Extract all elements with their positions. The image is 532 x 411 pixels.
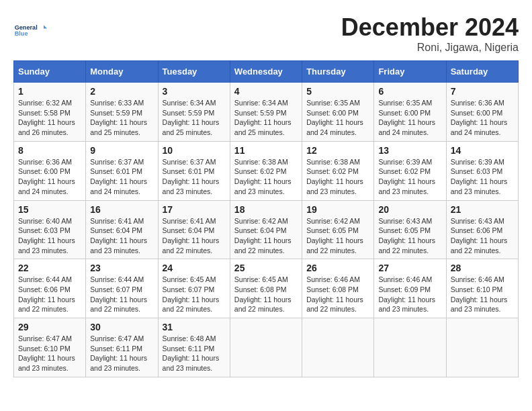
day-number: 25 <box>234 263 298 273</box>
calendar-cell: 3Sunrise: 6:34 AM Sunset: 5:59 PM Daylig… <box>158 83 230 142</box>
calendar-week-row: 1Sunrise: 6:32 AM Sunset: 5:58 PM Daylig… <box>14 83 519 142</box>
day-number: 26 <box>306 263 369 273</box>
day-info: Sunrise: 6:47 AM Sunset: 6:11 PM Dayligh… <box>90 334 153 373</box>
calendar-cell: 10Sunrise: 6:37 AM Sunset: 6:01 PM Dayli… <box>158 141 230 200</box>
day-number: 6 <box>378 86 441 97</box>
day-number: 28 <box>451 263 514 273</box>
calendar-cell: 1Sunrise: 6:32 AM Sunset: 5:58 PM Daylig… <box>14 83 86 142</box>
svg-text:Blue: Blue <box>15 30 28 37</box>
calendar-day-header: Monday <box>86 61 158 83</box>
day-info: Sunrise: 6:34 AM Sunset: 5:59 PM Dayligh… <box>234 98 298 138</box>
day-number: 18 <box>234 204 298 215</box>
day-number: 7 <box>451 86 514 97</box>
day-info: Sunrise: 6:37 AM Sunset: 6:01 PM Dayligh… <box>90 157 153 197</box>
day-number: 15 <box>18 204 81 215</box>
day-info: Sunrise: 6:33 AM Sunset: 5:59 PM Dayligh… <box>90 98 153 138</box>
day-number: 30 <box>90 322 153 332</box>
calendar-day-header: Wednesday <box>230 61 302 83</box>
day-number: 31 <box>163 322 226 332</box>
day-number: 19 <box>306 204 369 215</box>
calendar-header-row: SundayMondayTuesdayWednesdayThursdayFrid… <box>14 61 519 83</box>
day-info: Sunrise: 6:46 AM Sunset: 6:08 PM Dayligh… <box>306 275 369 314</box>
day-info: Sunrise: 6:34 AM Sunset: 5:59 PM Dayligh… <box>163 98 226 138</box>
calendar-cell: 16Sunrise: 6:41 AM Sunset: 6:04 PM Dayli… <box>86 200 158 259</box>
calendar-week-row: 8Sunrise: 6:36 AM Sunset: 6:00 PM Daylig… <box>14 141 519 200</box>
day-info: Sunrise: 6:46 AM Sunset: 6:09 PM Dayligh… <box>378 275 441 314</box>
calendar-cell: 17Sunrise: 6:41 AM Sunset: 6:04 PM Dayli… <box>158 200 230 259</box>
calendar-cell: 20Sunrise: 6:43 AM Sunset: 6:05 PM Dayli… <box>374 200 446 259</box>
title-area: December 2024 Roni, Jigawa, Nigeria <box>341 13 519 54</box>
day-number: 23 <box>90 263 153 273</box>
page-title: December 2024 <box>341 13 519 42</box>
calendar-cell <box>374 318 446 377</box>
calendar-cell: 22Sunrise: 6:44 AM Sunset: 6:06 PM Dayli… <box>14 259 86 318</box>
day-info: Sunrise: 6:45 AM Sunset: 6:08 PM Dayligh… <box>234 275 298 314</box>
day-info: Sunrise: 6:39 AM Sunset: 6:02 PM Dayligh… <box>378 157 441 197</box>
calendar-day-header: Sunday <box>14 61 86 83</box>
calendar-cell: 21Sunrise: 6:43 AM Sunset: 6:06 PM Dayli… <box>446 200 518 259</box>
day-info: Sunrise: 6:36 AM Sunset: 6:00 PM Dayligh… <box>451 98 514 138</box>
calendar-day-header: Friday <box>374 61 446 83</box>
day-info: Sunrise: 6:42 AM Sunset: 6:04 PM Dayligh… <box>234 216 298 256</box>
calendar-cell: 18Sunrise: 6:42 AM Sunset: 6:04 PM Dayli… <box>230 200 302 259</box>
calendar-table: SundayMondayTuesdayWednesdayThursdayFrid… <box>13 60 519 377</box>
day-number: 9 <box>90 145 153 156</box>
day-number: 11 <box>234 145 298 156</box>
day-info: Sunrise: 6:32 AM Sunset: 5:58 PM Dayligh… <box>18 98 81 138</box>
day-number: 17 <box>163 204 226 215</box>
calendar-week-row: 22Sunrise: 6:44 AM Sunset: 6:06 PM Dayli… <box>14 259 519 318</box>
calendar-cell: 30Sunrise: 6:47 AM Sunset: 6:11 PM Dayli… <box>86 318 158 377</box>
logo: General Blue <box>13 13 47 47</box>
calendar-cell: 5Sunrise: 6:35 AM Sunset: 6:00 PM Daylig… <box>302 83 374 142</box>
calendar-week-row: 15Sunrise: 6:40 AM Sunset: 6:03 PM Dayli… <box>14 200 519 259</box>
svg-marker-2 <box>44 26 47 29</box>
calendar-cell: 4Sunrise: 6:34 AM Sunset: 5:59 PM Daylig… <box>230 83 302 142</box>
day-info: Sunrise: 6:35 AM Sunset: 6:00 PM Dayligh… <box>306 98 369 138</box>
day-info: Sunrise: 6:39 AM Sunset: 6:03 PM Dayligh… <box>451 157 514 197</box>
day-info: Sunrise: 6:42 AM Sunset: 6:05 PM Dayligh… <box>306 216 369 256</box>
day-info: Sunrise: 6:41 AM Sunset: 6:04 PM Dayligh… <box>163 216 226 256</box>
calendar-cell: 7Sunrise: 6:36 AM Sunset: 6:00 PM Daylig… <box>446 83 518 142</box>
day-number: 13 <box>378 145 441 156</box>
day-number: 12 <box>306 145 369 156</box>
day-number: 16 <box>90 204 153 215</box>
day-number: 5 <box>306 86 369 97</box>
calendar-cell: 6Sunrise: 6:35 AM Sunset: 6:00 PM Daylig… <box>374 83 446 142</box>
day-number: 21 <box>451 204 514 215</box>
calendar-cell: 26Sunrise: 6:46 AM Sunset: 6:08 PM Dayli… <box>302 259 374 318</box>
day-number: 2 <box>90 86 153 97</box>
day-number: 22 <box>18 263 81 273</box>
calendar-cell <box>446 318 518 377</box>
calendar-cell: 9Sunrise: 6:37 AM Sunset: 6:01 PM Daylig… <box>86 141 158 200</box>
calendar-cell: 14Sunrise: 6:39 AM Sunset: 6:03 PM Dayli… <box>446 141 518 200</box>
day-number: 27 <box>378 263 441 273</box>
day-number: 8 <box>18 145 81 156</box>
calendar-cell: 15Sunrise: 6:40 AM Sunset: 6:03 PM Dayli… <box>14 200 86 259</box>
day-info: Sunrise: 6:46 AM Sunset: 6:10 PM Dayligh… <box>451 275 514 314</box>
calendar-cell: 12Sunrise: 6:38 AM Sunset: 6:02 PM Dayli… <box>302 141 374 200</box>
calendar-cell <box>230 318 302 377</box>
calendar-cell: 31Sunrise: 6:48 AM Sunset: 6:11 PM Dayli… <box>158 318 230 377</box>
calendar-day-header: Saturday <box>446 61 518 83</box>
day-number: 1 <box>18 86 81 97</box>
calendar-cell: 25Sunrise: 6:45 AM Sunset: 6:08 PM Dayli… <box>230 259 302 318</box>
calendar-cell: 19Sunrise: 6:42 AM Sunset: 6:05 PM Dayli… <box>302 200 374 259</box>
day-info: Sunrise: 6:48 AM Sunset: 6:11 PM Dayligh… <box>163 334 226 373</box>
day-info: Sunrise: 6:38 AM Sunset: 6:02 PM Dayligh… <box>306 157 369 197</box>
day-number: 4 <box>234 86 298 97</box>
day-number: 29 <box>18 322 81 332</box>
day-number: 20 <box>378 204 441 215</box>
day-number: 14 <box>451 145 514 156</box>
day-info: Sunrise: 6:44 AM Sunset: 6:07 PM Dayligh… <box>90 275 153 314</box>
day-info: Sunrise: 6:38 AM Sunset: 6:02 PM Dayligh… <box>234 157 298 197</box>
calendar-cell: 29Sunrise: 6:47 AM Sunset: 6:10 PM Dayli… <box>14 318 86 377</box>
svg-text:General: General <box>15 24 38 31</box>
calendar-day-header: Tuesday <box>158 61 230 83</box>
day-number: 3 <box>163 86 226 97</box>
day-info: Sunrise: 6:45 AM Sunset: 6:07 PM Dayligh… <box>163 275 226 314</box>
calendar-cell: 28Sunrise: 6:46 AM Sunset: 6:10 PM Dayli… <box>446 259 518 318</box>
day-info: Sunrise: 6:35 AM Sunset: 6:00 PM Dayligh… <box>378 98 441 138</box>
day-info: Sunrise: 6:43 AM Sunset: 6:06 PM Dayligh… <box>451 216 514 256</box>
day-info: Sunrise: 6:37 AM Sunset: 6:01 PM Dayligh… <box>163 157 226 197</box>
calendar-cell: 23Sunrise: 6:44 AM Sunset: 6:07 PM Dayli… <box>86 259 158 318</box>
